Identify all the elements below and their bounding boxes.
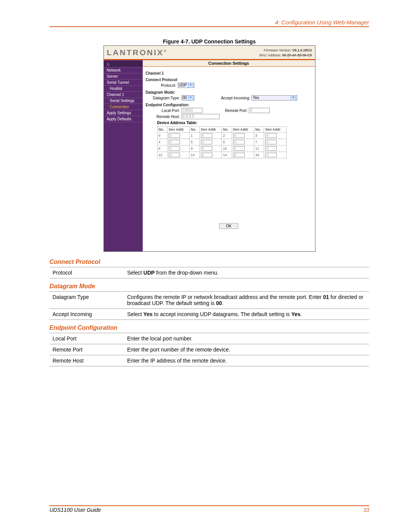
dev-addr-input[interactable] — [233, 146, 245, 151]
row-value: Select UDP from the drop-down menu. — [124, 267, 369, 278]
figure-caption: Figure 4-7. UDP Connection Settings — [49, 38, 369, 45]
firmware-info: Firmware Version: V6.1.0.1RC2 MAC Addres… — [259, 48, 312, 58]
chevron-down-icon: ▾ — [291, 95, 296, 101]
dev-addr-input[interactable] — [169, 146, 180, 151]
dev-addr-input[interactable] — [201, 153, 212, 157]
row-key: Protocol — [49, 267, 124, 278]
page-footer: UDS1100 User Guide 33 — [49, 505, 369, 513]
lantronix-logo: LANTRONIX® — [107, 48, 166, 57]
table-row: 12 13 14 15 — [157, 152, 286, 158]
device-address-table: No. Dev Addr No. Dev Addr No. Dev Addr N… — [157, 126, 287, 158]
nav-apply-defaults[interactable]: Apply Defaults — [104, 116, 143, 122]
remote-port-label: Remote Port: — [225, 109, 248, 113]
dev-addr-input[interactable] — [169, 133, 180, 138]
row-key: Remote Host — [49, 355, 124, 366]
section-connect-protocol: Connect Protocol — [49, 259, 369, 265]
table-row: 8 9 10 11 — [157, 145, 286, 152]
chevron-down-icon: ▾ — [188, 83, 193, 88]
dev-addr-input[interactable] — [265, 153, 277, 157]
guide-title: UDS1100 User Guide — [49, 507, 101, 513]
remote-host-label: Remote Host: — [146, 115, 182, 119]
row-key: Remote Port — [49, 344, 124, 355]
chapter-title: 4: Configuration Using Web-Manager — [49, 19, 369, 27]
page-number: 33 — [363, 507, 369, 513]
dev-addr-input[interactable] — [265, 140, 277, 144]
nav-hostlist[interactable]: Hostlist — [104, 86, 143, 92]
chevron-down-icon: ▾ — [188, 95, 193, 101]
row-value: Select Yes to accept incoming UDP datagr… — [124, 309, 369, 320]
row-key: Local Port — [49, 333, 124, 344]
remote-port-input[interactable] — [249, 108, 270, 113]
table-row: 0 1 2 3 — [157, 133, 286, 139]
dev-addr-input[interactable] — [201, 146, 212, 151]
row-value: Enter the local port number. — [124, 333, 369, 344]
udp-settings-screenshot: LANTRONIX® Firmware Version: V6.1.0.1RC2… — [104, 45, 315, 252]
connect-protocol-heading: Connect Protocol — [146, 78, 312, 82]
local-port-input[interactable] — [182, 108, 202, 113]
protocol-select[interactable]: UDP▾ — [178, 83, 194, 88]
dev-addr-input[interactable] — [169, 153, 180, 157]
section-datagram-mode: Datagram Mode — [49, 283, 369, 290]
dev-addr-input[interactable] — [233, 133, 245, 138]
protocol-label: Protocol: — [146, 83, 178, 88]
device-address-table-caption: Device Address Table: — [157, 121, 312, 125]
nav-channel1[interactable]: Channel 1 — [104, 92, 143, 98]
row-value: Enter the IP address of the remote devic… — [124, 355, 369, 366]
datagram-mode-heading: Datagram Mode: — [146, 90, 312, 94]
endpoint-configuration-table: Local Port Enter the local port number. … — [49, 333, 369, 366]
local-port-label: Local Port: — [146, 109, 182, 113]
accept-incoming-select[interactable]: Yes▾ — [252, 95, 297, 101]
row-value: Configures the remote IP or network broa… — [124, 292, 369, 309]
nav-network[interactable]: Network — [104, 67, 143, 73]
accept-incoming-label: Accept Incoming: — [221, 96, 250, 100]
nav-connection[interactable]: Connection — [104, 104, 143, 110]
endpoint-config-heading: Endpoint Configuration: — [146, 103, 312, 107]
nav-serial-tunnel[interactable]: Serial Tunnel — [104, 80, 143, 86]
datagram-type-label: Datagram Type: — [146, 96, 182, 100]
dev-addr-input[interactable] — [201, 133, 212, 138]
connect-protocol-table: Protocol Select UDP from the drop-down m… — [49, 267, 369, 278]
row-key: Accept Incoming — [49, 309, 124, 320]
table-row: 4 5 6 7 — [157, 139, 286, 145]
home-icon[interactable]: ⌂ — [104, 61, 143, 67]
dev-addr-input[interactable] — [265, 146, 277, 151]
channel-heading: Channel 1 — [146, 71, 312, 75]
ok-button[interactable]: OK — [219, 223, 238, 229]
datagram-mode-table: Datagram Type Configures the remote IP o… — [49, 291, 369, 320]
dev-addr-input[interactable] — [265, 133, 277, 138]
section-endpoint-configuration: Endpoint Configuration — [49, 324, 369, 331]
dev-addr-input[interactable] — [233, 140, 245, 144]
panel-title: Connection Settings — [143, 60, 315, 67]
row-value: Enter the port number of the remote devi… — [124, 344, 369, 355]
dev-addr-input[interactable] — [233, 153, 245, 157]
nav-server[interactable]: Server — [104, 73, 143, 80]
nav-serial-settings[interactable]: Serial Settings — [104, 98, 143, 104]
side-nav: ⌂ Network Server Serial Tunnel Hostlist … — [104, 60, 143, 251]
datagram-type-select[interactable]: 00▾ — [182, 95, 194, 101]
remote-host-input[interactable] — [182, 114, 220, 119]
nav-apply-settings[interactable]: Apply Settings — [104, 110, 143, 116]
dev-addr-input[interactable] — [201, 140, 212, 144]
row-key: Datagram Type — [49, 292, 124, 309]
dev-addr-input[interactable] — [169, 140, 180, 144]
